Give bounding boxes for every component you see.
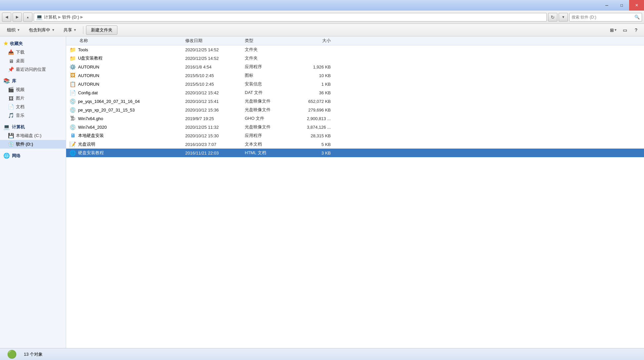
software-d-icon: 💿	[8, 141, 14, 147]
include-in-library-button[interactable]: 包含到库中 ▼	[25, 25, 59, 35]
organize-button[interactable]: 组织 ▼	[3, 25, 24, 35]
toolbar: 组织 ▼ 包含到库中 ▼ 共享 ▼ 新建文件夹 ⊞ ▼ ▭ ?	[0, 24, 644, 36]
sidebar-item-music[interactable]: 🎵 音乐	[0, 111, 66, 120]
table-row[interactable]: 💿 Win7x64_2020 2020/12/25 11:32 光盘映像文件 3…	[66, 123, 644, 131]
library-icon: 📚	[3, 78, 10, 84]
new-folder-button[interactable]: 新建文件夹	[86, 25, 117, 35]
up-button[interactable]: ▲	[23, 13, 32, 22]
sidebar-item-documents[interactable]: 📄 文档	[0, 103, 66, 111]
sidebar-item-local-c[interactable]: 💾 本地磁盘 (C:)	[0, 131, 66, 140]
file-name: 硬盘安装教程	[78, 150, 104, 156]
search-icon: 🔍	[634, 15, 640, 20]
file-type-icon: 🖼	[69, 72, 76, 79]
desktop-label: 桌面	[16, 58, 24, 64]
col-name-header[interactable]: 名称	[66, 38, 185, 44]
address-dropdown-button[interactable]: ▼	[559, 13, 568, 22]
include-label: 包含到库中	[29, 27, 50, 33]
table-row[interactable]: 📁 Tools 2020/12/25 14:52 文件夹	[66, 45, 644, 54]
network-icon: 🌐	[3, 153, 10, 159]
sidebar-item-downloads[interactable]: 📥 下载	[0, 48, 66, 57]
search-input[interactable]	[572, 15, 633, 20]
file-date-cell: 2020/12/25 14:52	[185, 47, 245, 52]
share-button[interactable]: 共享 ▼	[60, 25, 80, 35]
minimize-button[interactable]: ─	[599, 0, 614, 11]
file-date-cell: 2016/10/23 7:07	[185, 142, 245, 147]
file-type-icon: 💿	[69, 124, 76, 130]
file-date-cell: 2015/5/10 2:45	[185, 73, 245, 78]
file-name-cell: ⚙️ AUTORUN	[66, 64, 185, 70]
file-type-icon: 🗜	[69, 115, 76, 122]
close-button[interactable]: ✕	[629, 0, 644, 11]
file-type-icon: 📁	[69, 46, 76, 53]
breadcrumb-d[interactable]: 软件 (D:)	[62, 14, 79, 20]
help-button[interactable]: ?	[631, 25, 641, 35]
file-type-cell: 图标	[245, 72, 298, 78]
file-name: Config.dat	[78, 90, 98, 95]
view-dropdown-button[interactable]: ⊞ ▼	[609, 25, 618, 35]
library-header[interactable]: 📚 库	[0, 76, 66, 85]
sidebar-item-desktop[interactable]: 🖥 桌面	[0, 57, 66, 65]
file-size-cell: 36 KB	[298, 90, 337, 95]
forward-button[interactable]: ▶	[13, 13, 22, 22]
search-box: 🔍	[569, 13, 642, 22]
file-name-cell: 🌐 硬盘安装教程	[66, 150, 185, 156]
file-name-cell: 💿 pe_yqs_xp_20_07_31_15_53	[66, 107, 185, 113]
sidebar-item-pictures[interactable]: 🖼 图片	[0, 94, 66, 103]
file-name-cell: 📄 Config.dat	[66, 89, 185, 96]
pictures-label: 图片	[16, 95, 24, 101]
organize-label: 组织	[7, 27, 16, 33]
include-chevron-icon: ▼	[52, 28, 55, 32]
breadcrumb-computer[interactable]: 计算机	[44, 14, 57, 20]
file-date-cell: 2016/11/21 22:03	[185, 151, 245, 156]
music-icon: 🎵	[8, 112, 14, 118]
file-size-cell: 28,315 KB	[298, 133, 337, 138]
titlebar: ─ □ ✕	[0, 0, 644, 11]
file-name: Win7x64.gho	[78, 116, 103, 121]
file-date-cell: 2020/10/12 15:41	[185, 99, 245, 104]
table-row[interactable]: 📝 光盘说明 2016/10/23 7:07 文本文档 5 KB	[66, 140, 644, 149]
file-name: pe_yqs_xp_20_07_31_15_53	[78, 108, 135, 112]
col-size-header[interactable]: 大小	[298, 38, 337, 44]
file-name: Win7x64_2020	[78, 125, 107, 130]
table-row[interactable]: 💿 pe_yqs_1064_20_07_31_16_04 2020/10/12 …	[66, 97, 644, 106]
computer-header[interactable]: 💻 计算机	[0, 122, 66, 131]
table-row[interactable]: 🌐 硬盘安装教程 2016/11/21 22:03 HTML 文档 3 KB	[66, 149, 644, 157]
table-row[interactable]: ⚙️ AUTORUN 2016/1/8 4:54 应用程序 1,926 KB	[66, 63, 644, 71]
refresh-button[interactable]: ↻	[548, 13, 557, 22]
file-type-cell: 文件夹	[245, 47, 298, 53]
file-size-cell: 1,926 KB	[298, 65, 337, 69]
toolbar-separator	[83, 26, 83, 34]
file-date-cell: 2020/10/12 15:30	[185, 133, 245, 138]
file-size-cell: 5 KB	[298, 142, 337, 147]
sidebar-item-recent[interactable]: 📌 最近访问的位置	[0, 65, 66, 74]
file-type-cell: 文本文档	[245, 141, 298, 147]
table-row[interactable]: 📁 U盘安装教程 2020/12/25 14:52 文件夹	[66, 54, 644, 63]
network-header[interactable]: 🌐 网络	[0, 151, 66, 160]
file-name: AUTORUN	[78, 65, 99, 69]
file-name: U盘安装教程	[78, 55, 103, 61]
col-type-header[interactable]: 类型	[245, 38, 298, 44]
sidebar-item-software-d[interactable]: 💿 软件 (D:)	[0, 140, 66, 149]
table-row[interactable]: 🖼 AUTORUN 2015/5/10 2:45 图标 10 KB	[66, 71, 644, 80]
preview-icon: ▭	[623, 27, 627, 33]
file-type-cell: 应用程序	[245, 133, 298, 139]
file-size-cell: 2,900,813 ...	[298, 116, 337, 121]
main-layout: ★ 收藏夹 📥 下载 🖥 桌面 📌 最近访问的位置 📚 库	[0, 36, 644, 348]
preview-button[interactable]: ▭	[620, 25, 629, 35]
sidebar-item-videos[interactable]: 🎬 视频	[0, 85, 66, 94]
favorites-header[interactable]: ★ 收藏夹	[0, 39, 66, 48]
file-size-cell: 652,072 KB	[298, 99, 337, 104]
maximize-button[interactable]: □	[614, 0, 629, 11]
back-button[interactable]: ◀	[2, 13, 11, 22]
table-row[interactable]: 🖥 本地硬盘安装 2020/10/12 15:30 应用程序 28,315 KB	[66, 131, 644, 140]
table-row[interactable]: 📋 AUTORUN 2015/5/10 2:45 安装信息 1 KB	[66, 80, 644, 88]
file-type-cell: 安装信息	[245, 81, 298, 87]
col-date-header[interactable]: 修改日期	[185, 38, 245, 44]
file-name: Tools	[78, 47, 88, 52]
table-row[interactable]: 💿 pe_yqs_xp_20_07_31_15_53 2020/10/12 15…	[66, 106, 644, 114]
share-label: 共享	[64, 27, 72, 33]
table-row[interactable]: 🗜 Win7x64.gho 2019/9/7 19:25 GHO 文件 2,90…	[66, 114, 644, 123]
file-name-cell: 💿 pe_yqs_1064_20_07_31_16_04	[66, 98, 185, 105]
file-date-cell: 2020/10/12 15:36	[185, 108, 245, 112]
table-row[interactable]: 📄 Config.dat 2020/10/12 15:42 DAT 文件 36 …	[66, 88, 644, 97]
